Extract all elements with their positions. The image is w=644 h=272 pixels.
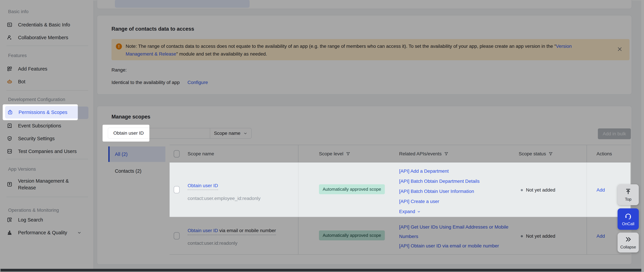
api-link[interactable]: [API] Batch Obtain Department Details xyxy=(399,176,510,186)
row-checkbox[interactable] xyxy=(174,186,180,193)
related-api-list: [API] Add a Department [API] Batch Obtai… xyxy=(399,166,510,217)
oncall-button[interactable]: OnCall xyxy=(618,208,639,230)
sidebar-item-label: Permissions & Scopes xyxy=(18,110,67,115)
column-divider xyxy=(586,162,587,217)
scope-name-link[interactable]: Obtain user ID xyxy=(188,183,218,190)
expand-link[interactable]: Expand xyxy=(399,207,510,217)
collapse-button[interactable]: Collapse xyxy=(618,233,639,253)
api-link[interactable]: [API] Add a Department xyxy=(399,166,510,176)
scope-code: contact:user.employee_id:readonly xyxy=(188,196,260,201)
permissions-lock-icon xyxy=(7,109,13,115)
back-to-top-button[interactable]: Top xyxy=(618,184,639,205)
api-link[interactable]: [API] Create a user xyxy=(399,196,510,207)
collapse-icon xyxy=(624,236,632,243)
button-label: OnCall xyxy=(622,222,634,226)
button-label: Top xyxy=(625,197,632,202)
headset-icon xyxy=(624,212,632,220)
column-divider xyxy=(298,162,298,217)
chevron-down-icon xyxy=(417,210,421,214)
spotlight-permissions-scopes[interactable]: Permissions & Scopes xyxy=(3,104,78,120)
scope-status: Not yet added xyxy=(521,187,555,193)
dim-overlay xyxy=(0,0,644,272)
button-label: Collapse xyxy=(620,245,636,250)
expand-label: Expand xyxy=(399,207,415,217)
add-action-link[interactable]: Add xyxy=(596,187,605,193)
api-link[interactable]: [API] Batch Obtain User Information xyxy=(399,186,510,196)
scope-level-tag: Automatically approved scope xyxy=(319,184,385,194)
developer-console-screen: Basic info Credentials & Basic Info Coll… xyxy=(0,0,644,272)
table-row-obtain-user-id: Obtain user ID contact:user.employee_id:… xyxy=(170,162,630,217)
spotlight-search-input[interactable]: Obtain user ID xyxy=(102,125,150,142)
top-icon xyxy=(624,188,632,195)
search-input-value: Obtain user ID xyxy=(113,125,144,142)
